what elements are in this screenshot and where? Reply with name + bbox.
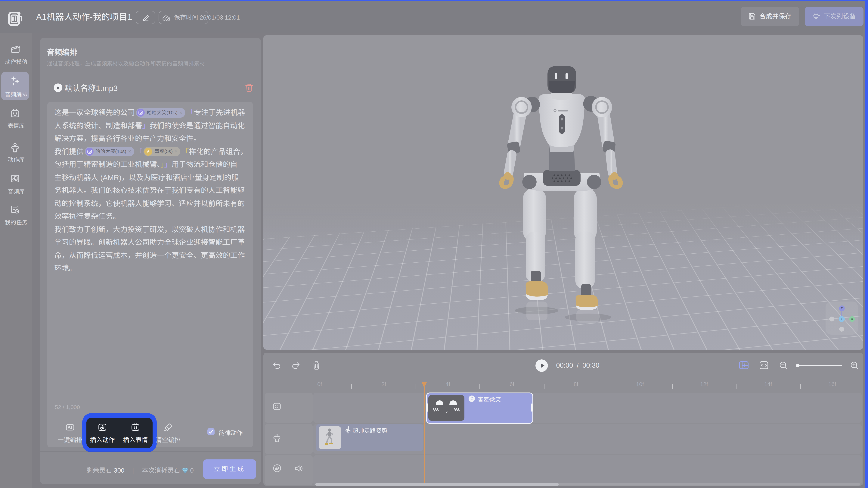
svg-text:Z: Z bbox=[841, 307, 843, 310]
svg-text:X: X bbox=[851, 317, 853, 320]
svg-text:Y: Y bbox=[841, 317, 843, 320]
